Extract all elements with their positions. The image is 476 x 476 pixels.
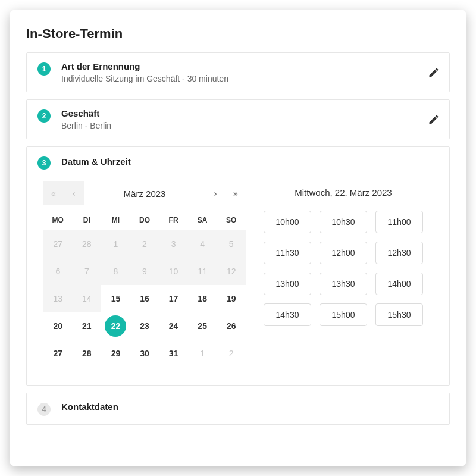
time-slot[interactable]: 12h30 bbox=[375, 242, 423, 264]
calendar-day: 1 bbox=[101, 230, 130, 258]
calendar-dow: FR bbox=[159, 211, 188, 230]
calendar: « ‹ März 2023 › » MODIMIDOFRSASO27281234… bbox=[43, 181, 246, 367]
calendar-first-button[interactable]: « bbox=[43, 181, 64, 205]
calendar-day[interactable]: 18 bbox=[188, 285, 217, 312]
step-datetime: 3 Datum & Uhrzeit « ‹ März 2023 › » MODI… bbox=[26, 146, 450, 386]
step-heading: Art der Ernennung bbox=[61, 61, 439, 71]
step-body: Geschäft Berlin - Berlin bbox=[61, 108, 439, 130]
time-slot[interactable]: 13h30 bbox=[320, 273, 367, 295]
calendar-grid: MODIMIDOFRSASO27281234567891011121314151… bbox=[43, 211, 246, 367]
step-heading: Kontaktdaten bbox=[61, 402, 439, 412]
calendar-day: 13 bbox=[43, 285, 73, 312]
calendar-day: 10 bbox=[159, 258, 188, 285]
time-slot[interactable]: 10h30 bbox=[320, 211, 367, 233]
time-slot[interactable]: 14h30 bbox=[264, 303, 311, 326]
edit-icon[interactable] bbox=[428, 114, 440, 126]
step-body: Kontaktdaten bbox=[61, 402, 439, 414]
step-badge-3: 3 bbox=[37, 156, 51, 170]
calendar-day: 9 bbox=[130, 258, 159, 285]
calendar-day[interactable]: 19 bbox=[217, 285, 246, 312]
step-sub: Individuelle Sitzung im Geschäft - 30 mi… bbox=[61, 74, 439, 83]
time-slot[interactable]: 12h00 bbox=[320, 242, 367, 264]
calendar-day: 28 bbox=[73, 230, 102, 258]
calendar-day[interactable]: 25 bbox=[188, 312, 217, 340]
datetime-picker: « ‹ März 2023 › » MODIMIDOFRSASO27281234… bbox=[37, 170, 429, 385]
step-heading: Geschäft bbox=[61, 108, 439, 118]
calendar-day[interactable]: 26 bbox=[217, 312, 246, 340]
calendar-day: 6 bbox=[43, 258, 73, 285]
step-sub: Berlin - Berlin bbox=[61, 121, 439, 130]
calendar-header: « ‹ März 2023 › » bbox=[43, 181, 246, 205]
calendar-day[interactable]: 22 bbox=[101, 312, 130, 340]
step-store: 2 Geschäft Berlin - Berlin bbox=[26, 99, 450, 139]
time-slot-grid: 10h0010h3011h0011h3012h0012h3013h0013h30… bbox=[264, 211, 423, 326]
time-slot[interactable]: 15h00 bbox=[320, 303, 367, 326]
calendar-dow: DI bbox=[73, 211, 102, 230]
calendar-day: 7 bbox=[73, 258, 102, 285]
appointment-card: In-Store-Termin 1 Art der Ernennung Indi… bbox=[10, 10, 466, 466]
calendar-day: 2 bbox=[217, 340, 246, 367]
edit-icon[interactable] bbox=[428, 67, 440, 79]
calendar-day[interactable]: 17 bbox=[159, 285, 188, 312]
calendar-next-button[interactable]: › bbox=[205, 181, 226, 205]
page-title: In-Store-Termin bbox=[26, 26, 450, 42]
time-slot[interactable]: 15h30 bbox=[375, 303, 423, 326]
time-slot-panel: Mittwoch, 22. März 2023 10h0010h3011h001… bbox=[264, 181, 423, 367]
calendar-day: 12 bbox=[217, 258, 246, 285]
calendar-dow: SA bbox=[188, 211, 217, 230]
step-heading: Datum & Uhrzeit bbox=[61, 156, 131, 167]
calendar-day: 14 bbox=[73, 285, 102, 312]
calendar-last-button[interactable]: » bbox=[226, 181, 246, 205]
calendar-day[interactable]: 30 bbox=[130, 340, 159, 367]
calendar-month-label: März 2023 bbox=[84, 189, 205, 199]
step-appointment-type: 1 Art der Ernennung Individuelle Sitzung… bbox=[26, 52, 450, 92]
calendar-day[interactable]: 15 bbox=[101, 285, 130, 312]
time-slot[interactable]: 14h00 bbox=[375, 273, 423, 295]
calendar-dow: MI bbox=[101, 211, 130, 230]
step-body: Art der Ernennung Individuelle Sitzung i… bbox=[61, 61, 439, 83]
step-badge-2: 2 bbox=[37, 109, 51, 123]
calendar-prev-button[interactable]: ‹ bbox=[64, 181, 84, 205]
calendar-day[interactable]: 27 bbox=[43, 340, 73, 367]
step-badge-1: 1 bbox=[37, 62, 51, 76]
calendar-day[interactable]: 20 bbox=[43, 312, 73, 340]
calendar-day: 27 bbox=[43, 230, 73, 258]
time-slot[interactable]: 13h00 bbox=[264, 273, 311, 295]
calendar-day[interactable]: 21 bbox=[73, 312, 102, 340]
calendar-day[interactable]: 23 bbox=[130, 312, 159, 340]
calendar-day: 3 bbox=[159, 230, 188, 258]
step-badge-4: 4 bbox=[37, 403, 51, 416]
time-slot[interactable]: 11h00 bbox=[375, 211, 423, 233]
calendar-day[interactable]: 29 bbox=[101, 340, 130, 367]
calendar-dow: DO bbox=[130, 211, 159, 230]
calendar-day: 5 bbox=[217, 230, 246, 258]
time-slot[interactable]: 10h00 bbox=[264, 211, 311, 233]
calendar-day: 8 bbox=[101, 258, 130, 285]
calendar-day[interactable]: 16 bbox=[130, 285, 159, 312]
step-contact: 4 Kontaktdaten bbox=[26, 393, 450, 425]
time-slot[interactable]: 11h30 bbox=[264, 242, 311, 264]
calendar-day: 4 bbox=[188, 230, 217, 258]
calendar-day: 1 bbox=[188, 340, 217, 367]
calendar-day: 11 bbox=[188, 258, 217, 285]
calendar-dow: SO bbox=[217, 211, 246, 230]
calendar-day[interactable]: 28 bbox=[73, 340, 102, 367]
selected-date-label: Mittwoch, 22. März 2023 bbox=[295, 187, 392, 198]
calendar-day: 2 bbox=[130, 230, 159, 258]
calendar-day[interactable]: 24 bbox=[159, 312, 188, 340]
calendar-dow: MO bbox=[43, 211, 73, 230]
calendar-day[interactable]: 31 bbox=[159, 340, 188, 367]
